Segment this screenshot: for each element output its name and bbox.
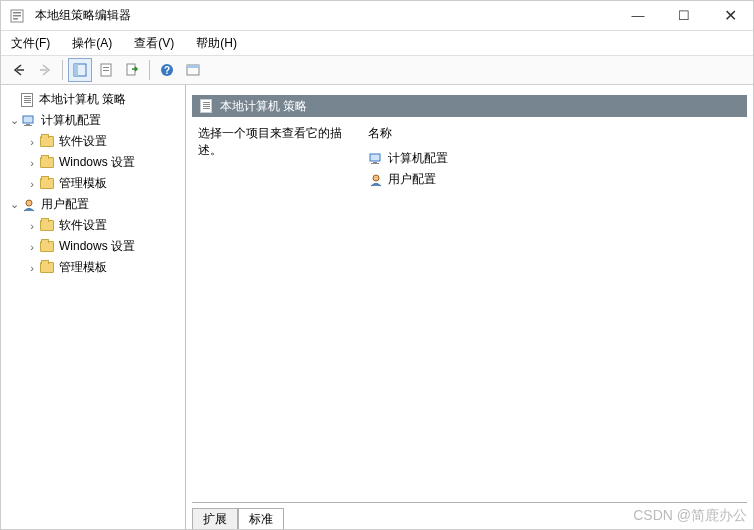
tree-admin-user[interactable]: › 管理模板 [3, 257, 183, 278]
tree-software[interactable]: › 软件设置 [3, 131, 183, 152]
filter-button[interactable] [181, 58, 205, 82]
tree-panel: 本地计算机 策略 ⌄ 计算机配置 › 软件设置 › Windows 设置 › 管… [1, 85, 186, 529]
menubar: 文件(F) 操作(A) 查看(V) 帮助(H) [1, 31, 753, 55]
tree-label: 用户配置 [41, 196, 89, 213]
collapse-icon[interactable]: ⌄ [7, 198, 21, 211]
svg-rect-2 [13, 15, 21, 17]
tree-label: 软件设置 [59, 217, 107, 234]
separator [149, 60, 150, 80]
folder-icon [39, 176, 55, 192]
window-title: 本地组策略编辑器 [35, 7, 615, 24]
list-item-label: 用户配置 [388, 171, 436, 188]
toolbar: ? [1, 55, 753, 85]
export-button[interactable] [120, 58, 144, 82]
svg-rect-5 [74, 64, 78, 76]
app-icon [9, 8, 25, 24]
tab-standard[interactable]: 标准 [238, 508, 284, 530]
tree-label: 管理模板 [59, 175, 107, 192]
column-header-name[interactable]: 名称 [368, 125, 741, 142]
svg-rect-19 [373, 162, 377, 163]
svg-rect-18 [370, 154, 380, 161]
close-button[interactable]: ✕ [707, 1, 753, 30]
svg-point-21 [373, 175, 379, 181]
folder-icon [39, 260, 55, 276]
maximize-button[interactable]: ☐ [661, 1, 707, 30]
panel-body: 选择一个项目来查看它的描述。 名称 计算机配置 用户配置 [192, 125, 747, 502]
expand-icon[interactable]: › [25, 262, 39, 274]
folder-icon [39, 218, 55, 234]
tree-label: Windows 设置 [59, 238, 135, 255]
collapse-icon[interactable]: ⌄ [7, 114, 21, 127]
expand-icon[interactable]: › [25, 241, 39, 253]
panel-title: 本地计算机 策略 [220, 98, 307, 115]
svg-rect-8 [103, 70, 109, 71]
tree-windows[interactable]: › Windows 设置 [3, 152, 183, 173]
user-icon [21, 197, 37, 213]
tree-label: 软件设置 [59, 133, 107, 150]
back-button[interactable] [7, 58, 31, 82]
svg-rect-13 [187, 65, 199, 68]
tree-user[interactable]: ⌄ 用户配置 [3, 194, 183, 215]
expand-icon[interactable]: › [25, 178, 39, 190]
list-column: 名称 计算机配置 用户配置 [362, 125, 747, 502]
tree-windows-user[interactable]: › Windows 设置 [3, 236, 183, 257]
list-item-user[interactable]: 用户配置 [368, 169, 741, 190]
description-text: 选择一个项目来查看它的描述。 [198, 125, 356, 159]
menu-file[interactable]: 文件(F) [7, 33, 54, 54]
user-icon [368, 172, 384, 188]
main-panel: 本地计算机 策略 选择一个项目来查看它的描述。 名称 计算机配置 用户配置 扩展 [186, 85, 753, 529]
svg-text:?: ? [164, 65, 170, 76]
tab-extended[interactable]: 扩展 [192, 508, 238, 530]
expand-icon[interactable]: › [25, 220, 39, 232]
folder-icon [39, 155, 55, 171]
svg-rect-7 [103, 67, 109, 68]
tree-label: 管理模板 [59, 259, 107, 276]
content: 本地计算机 策略 ⌄ 计算机配置 › 软件设置 › Windows 设置 › 管… [1, 85, 753, 529]
expand-icon[interactable]: › [25, 136, 39, 148]
console-tree-button[interactable] [68, 58, 92, 82]
tree-computer[interactable]: ⌄ 计算机配置 [3, 110, 183, 131]
svg-point-17 [26, 200, 32, 206]
tree-software-user[interactable]: › 软件设置 [3, 215, 183, 236]
svg-rect-20 [371, 163, 379, 164]
svg-rect-15 [26, 124, 30, 125]
properties-button[interactable] [94, 58, 118, 82]
help-button[interactable]: ? [155, 58, 179, 82]
description-column: 选择一个项目来查看它的描述。 [192, 125, 362, 502]
minimize-button[interactable]: — [615, 1, 661, 30]
folder-icon [39, 134, 55, 150]
tree-label: 计算机配置 [41, 112, 101, 129]
tree-admin[interactable]: › 管理模板 [3, 173, 183, 194]
tree-label: Windows 设置 [59, 154, 135, 171]
doc-icon [19, 92, 35, 108]
svg-rect-1 [13, 12, 21, 14]
computer-icon [21, 113, 37, 129]
svg-rect-16 [24, 125, 32, 126]
watermark: CSDN @简鹿办公 [633, 507, 747, 525]
forward-button[interactable] [33, 58, 57, 82]
titlebar: 本地组策略编辑器 — ☐ ✕ [1, 1, 753, 31]
expand-icon[interactable]: › [25, 157, 39, 169]
folder-icon [39, 239, 55, 255]
computer-icon [368, 151, 384, 167]
list-item-label: 计算机配置 [388, 150, 448, 167]
separator [62, 60, 63, 80]
doc-icon [198, 98, 214, 114]
tab-border [192, 502, 747, 503]
tree-label: 本地计算机 策略 [39, 91, 126, 108]
list-item-computer[interactable]: 计算机配置 [368, 148, 741, 169]
menu-action[interactable]: 操作(A) [68, 33, 116, 54]
panel-header: 本地计算机 策略 [192, 95, 747, 117]
menu-view[interactable]: 查看(V) [130, 33, 178, 54]
svg-rect-3 [13, 18, 18, 20]
window-controls: — ☐ ✕ [615, 1, 753, 30]
tree-root[interactable]: 本地计算机 策略 [3, 89, 183, 110]
svg-rect-14 [23, 116, 33, 123]
menu-help[interactable]: 帮助(H) [192, 33, 241, 54]
